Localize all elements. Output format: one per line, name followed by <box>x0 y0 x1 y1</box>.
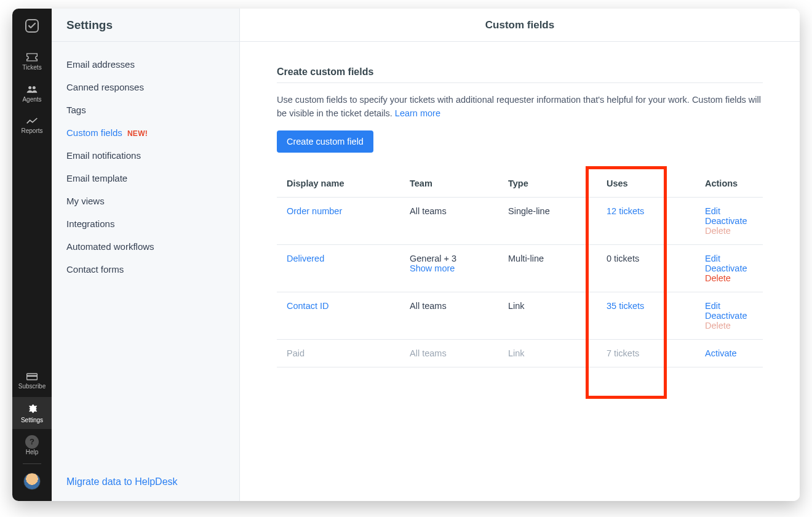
th-type: Type <box>498 170 597 198</box>
sidebar-item-label: Integrations <box>66 218 114 229</box>
sidebar-item-tags[interactable]: Tags <box>59 98 232 121</box>
table-row: Order numberAll teamsSingle-line12 ticke… <box>277 197 763 244</box>
table-row: PaidAll teamsLink7 ticketsActivate <box>277 339 763 367</box>
th-actions: Actions <box>695 170 763 198</box>
sidebar-title: Settings <box>52 9 239 42</box>
deactivate-link[interactable]: Deactivate <box>705 263 753 273</box>
show-more-link[interactable]: Show more <box>410 263 455 273</box>
field-name-link[interactable]: Delivered <box>287 254 324 263</box>
sidebar-item-label: Email addresses <box>66 59 135 70</box>
custom-fields-table: Display name Team Type Uses Actions Orde… <box>277 170 763 367</box>
type-cell: Link <box>498 339 597 367</box>
new-badge: NEW! <box>127 129 148 138</box>
reports-icon <box>26 117 38 126</box>
section-divider <box>277 82 763 83</box>
sidebar-item-label: Email template <box>66 173 127 183</box>
main-panel: Custom fields Create custom fields Use c… <box>240 9 800 501</box>
sidebar-item-label: Email notifications <box>66 150 141 161</box>
sidebar-item-label: Custom fields <box>66 127 122 138</box>
team-cell: All teams <box>410 206 488 216</box>
sidebar-item-canned-responses[interactable]: Canned responses <box>59 76 232 98</box>
nav-rail: Tickets Agents Reports Subscribe <box>12 9 52 501</box>
create-custom-field-button[interactable]: Create custom field <box>277 130 373 153</box>
delete-link[interactable]: Delete <box>705 321 753 331</box>
th-team: Team <box>400 170 498 198</box>
uses-link[interactable]: 12 tickets <box>607 206 644 216</box>
rail-item-label: Help <box>26 449 39 455</box>
rail-item-label: Tickets <box>22 64 41 71</box>
uses-link[interactable]: 7 tickets <box>607 348 639 358</box>
agents-icon <box>26 84 38 94</box>
ticket-icon <box>26 52 38 62</box>
rail-item-settings[interactable]: Settings <box>12 397 52 429</box>
edit-link[interactable]: Edit <box>705 206 753 216</box>
uses-cell: 0 tickets <box>597 244 695 292</box>
field-name-link[interactable]: Paid <box>287 348 304 358</box>
sidebar-item-my-views[interactable]: My views <box>59 190 232 212</box>
delete-link[interactable]: Delete <box>705 226 753 236</box>
migrate-link[interactable]: Migrate data to HelpDesk <box>66 476 178 487</box>
gear-icon <box>26 403 38 415</box>
sidebar-item-label: Contact forms <box>66 264 124 275</box>
uses-link[interactable]: 35 tickets <box>607 301 644 311</box>
sidebar-item-email-template[interactable]: Email template <box>59 167 232 190</box>
sidebar-item-email-notifications[interactable]: Email notifications <box>59 144 232 167</box>
sidebar-item-email-addresses[interactable]: Email addresses <box>59 53 232 76</box>
rail-item-agents[interactable]: Agents <box>12 78 52 110</box>
edit-link[interactable]: Edit <box>705 254 753 263</box>
settings-sidebar: Settings Email addressesCanned responses… <box>52 9 240 501</box>
sidebar-item-label: My views <box>66 196 105 206</box>
rail-item-label: Subscribe <box>18 383 46 390</box>
credit-card-icon <box>26 372 38 381</box>
type-cell: Link <box>498 292 597 339</box>
sidebar-item-automated-workflows[interactable]: Automated workflows <box>59 235 232 258</box>
rail-item-label: Settings <box>21 417 43 423</box>
team-cell: All teams <box>410 301 488 311</box>
table-row: Contact IDAll teamsLink35 ticketsEditDea… <box>277 292 763 339</box>
sidebar-item-contact-forms[interactable]: Contact forms <box>59 258 232 281</box>
sidebar-item-label: Canned responses <box>66 82 144 92</box>
avatar[interactable] <box>23 473 41 490</box>
help-icon: ? <box>25 435 39 449</box>
help-text-body: Use custom fields to specify your ticket… <box>277 95 761 118</box>
sidebar-item-label: Automated workflows <box>66 241 154 252</box>
help-text: Use custom fields to specify your ticket… <box>277 93 763 121</box>
edit-link[interactable]: Edit <box>705 301 753 311</box>
app-logo <box>23 17 41 34</box>
svg-rect-4 <box>27 375 38 377</box>
type-cell: Single-line <box>498 197 597 244</box>
rail-item-tickets[interactable]: Tickets <box>12 46 52 78</box>
field-name-link[interactable]: Contact ID <box>287 301 329 311</box>
learn-more-link[interactable]: Learn more <box>395 108 440 118</box>
rail-divider <box>23 463 41 464</box>
rail-item-help[interactable]: ? Help <box>12 429 52 461</box>
sidebar-item-custom-fields[interactable]: Custom fieldsNEW! <box>59 121 232 144</box>
svg-point-2 <box>33 86 36 89</box>
rail-item-label: Agents <box>22 96 41 103</box>
type-cell: Multi-line <box>498 244 597 292</box>
rail-item-reports[interactable]: Reports <box>12 110 52 142</box>
deactivate-link[interactable]: Deactivate <box>705 216 753 226</box>
th-display-name: Display name <box>277 170 400 198</box>
deactivate-link[interactable]: Deactivate <box>705 311 753 321</box>
activate-link[interactable]: Activate <box>705 348 753 358</box>
rail-item-subscribe[interactable]: Subscribe <box>12 365 52 397</box>
sidebar-item-integrations[interactable]: Integrations <box>59 212 232 235</box>
team-cell: All teams <box>410 348 488 358</box>
svg-point-1 <box>28 86 31 89</box>
delete-link[interactable]: Delete <box>705 273 753 283</box>
field-name-link[interactable]: Order number <box>287 206 342 216</box>
page-title: Custom fields <box>240 9 800 42</box>
team-cell: General + 3 <box>410 254 488 263</box>
sidebar-item-label: Tags <box>66 105 86 115</box>
table-row: DeliveredGeneral + 3Show moreMulti-line0… <box>277 244 763 292</box>
section-title: Create custom fields <box>277 66 763 78</box>
th-uses: Uses <box>597 170 695 198</box>
rail-item-label: Reports <box>21 127 42 134</box>
